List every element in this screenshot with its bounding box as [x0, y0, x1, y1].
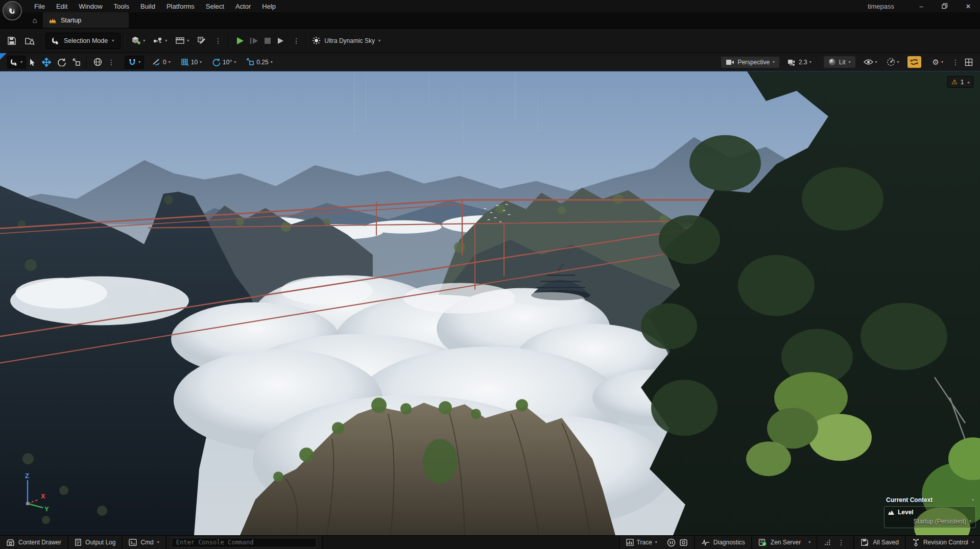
trace-marker-icon — [667, 538, 676, 547]
diagnostics-button[interactable]: Diagnostics — [695, 536, 752, 549]
status-bar: Content Drawer Output Log Cmd ▾ — [0, 535, 980, 549]
coordinate-system-button[interactable] — [90, 56, 105, 68]
perspective-label: Perspective — [737, 59, 770, 66]
output-log-button[interactable]: Output Log — [68, 536, 123, 549]
current-context-title: Current Context — [886, 496, 933, 504]
play-button[interactable] — [236, 36, 245, 45]
add-actor-dropdown[interactable]: ▾ — [128, 33, 148, 48]
selection-cursor-icon — [52, 37, 60, 44]
save-button[interactable] — [4, 34, 19, 48]
minimize-button[interactable]: – — [910, 0, 933, 12]
grid-snap-dropdown[interactable]: 10 ▾ — [178, 56, 205, 68]
revision-branch-icon — [912, 538, 920, 546]
menu-platforms[interactable]: Platforms — [161, 1, 200, 12]
stop-button[interactable] — [264, 37, 271, 44]
save-icon — [7, 36, 16, 45]
menu-build[interactable]: Build — [135, 1, 161, 12]
unreal-logo-icon — [7, 6, 17, 16]
clapperboard-icon — [175, 36, 185, 45]
add-cube-icon — [131, 36, 141, 45]
game-view-dropdown[interactable]: ▾ — [883, 56, 902, 68]
trace-dropdown[interactable]: Trace ▾ — [626, 539, 657, 546]
status-overflow-menu[interactable]: ⋮ — [835, 538, 847, 546]
content-drawer-button[interactable]: Content Drawer — [0, 536, 68, 549]
game-view-gauge-icon — [887, 58, 895, 66]
toolbar-overflow-menu[interactable]: ⋮ — [212, 37, 224, 45]
axis-x-label: X — [41, 492, 45, 500]
unreal-engine-logo[interactable] — [3, 1, 22, 20]
menu-file[interactable]: File — [29, 1, 51, 12]
level-viewport[interactable]: ⚠ 1 ◂ Z X Y Current Context ▾ — [0, 71, 980, 535]
maximize-viewport-button[interactable] — [962, 56, 976, 68]
rotate-tool-button[interactable] — [54, 56, 69, 68]
resource-grid-icon — [824, 539, 831, 546]
trace-snapshot-button[interactable] — [679, 538, 688, 547]
trace-marker-button[interactable] — [667, 538, 676, 547]
select-tool-button[interactable] — [26, 56, 39, 68]
move-tool-button[interactable] — [39, 56, 54, 69]
revision-control-dropdown[interactable]: Revision Control ▾ — [906, 536, 980, 549]
actor-snap-dropdown[interactable]: 0 ▾ — [149, 56, 174, 68]
eject-button[interactable] — [276, 37, 285, 45]
restore-icon — [942, 3, 948, 9]
realtime-arrows-icon — [910, 58, 919, 66]
toolbar-separator — [87, 55, 87, 70]
chevron-down-icon: ▾ — [941, 60, 943, 64]
cinematics-dropdown[interactable]: ▾ — [172, 34, 192, 47]
menu-edit[interactable]: Edit — [51, 1, 73, 12]
viewport-tools-overflow[interactable]: ⋮ — [105, 58, 117, 66]
menu-actor[interactable]: Actor — [230, 1, 256, 12]
menu-help[interactable]: Help — [256, 1, 281, 12]
restore-button[interactable] — [933, 0, 957, 12]
frame-skip-button[interactable] — [250, 37, 259, 45]
chevron-down-icon: ▾ — [169, 60, 171, 64]
menu-window[interactable]: Window — [73, 1, 108, 12]
sky-actor-label: Ultra Dynamic Sky — [324, 37, 375, 44]
scale-snap-dropdown[interactable]: 0.25 ▾ — [243, 56, 275, 68]
camera-speed-dropdown[interactable]: 2.3 ▾ — [784, 57, 815, 68]
viewport-settings-dropdown[interactable]: ⚙ ▾ — [929, 56, 946, 68]
window-title: timepass — [848, 3, 914, 10]
scale-tool-button[interactable] — [69, 56, 84, 68]
perspective-dropdown[interactable]: Perspective ▾ — [721, 57, 779, 68]
chevron-down-icon: ▾ — [897, 60, 899, 64]
zen-server-dropdown[interactable]: Zen Server ▾ — [752, 536, 818, 549]
chevron-down-icon: ▾ — [112, 39, 114, 43]
viewport-overflow-menu[interactable]: ⋮ — [949, 58, 962, 66]
browse-content-button[interactable] — [21, 34, 38, 48]
chevron-down-icon[interactable]: ▾ — [972, 498, 974, 502]
realtime-toggle-button[interactable] — [907, 56, 921, 68]
resource-grid-button[interactable] — [824, 539, 831, 546]
rotation-snap-value: 10° — [223, 59, 232, 66]
current-context-panel: Current Context ▾ Level Startup (Persist… — [884, 495, 976, 528]
blueprints-dropdown[interactable]: ▾ — [150, 34, 170, 47]
surface-snapping-dropdown[interactable]: ▾ — [125, 56, 144, 69]
level-dropdown[interactable]: Startup (Persistent) ▾ — [888, 518, 972, 525]
chevron-down-icon: ▾ — [848, 60, 850, 64]
toolbar-separator — [42, 33, 42, 48]
active-viewport-indicator — [0, 53, 7, 60]
chevron-down-icon: ▾ — [165, 39, 167, 43]
chevron-down-icon: ▾ — [655, 540, 657, 544]
home-icon[interactable]: ⌂ — [28, 12, 42, 28]
save-status-button[interactable]: All Saved — [854, 536, 906, 549]
level-histogram-icon — [49, 17, 57, 23]
sky-actor-dropdown[interactable]: Ultra Dynamic Sky ▾ — [307, 36, 386, 45]
view-mode-dropdown[interactable]: Lit ▾ — [824, 56, 855, 68]
play-options-menu[interactable]: ⋮ — [290, 37, 302, 45]
show-flags-dropdown[interactable]: ▾ — [861, 57, 880, 67]
menu-select[interactable]: Select — [200, 1, 230, 12]
cmd-dropdown[interactable]: Cmd ▾ — [123, 536, 166, 549]
menu-tools[interactable]: Tools — [108, 1, 135, 12]
chevron-down-icon: ▾ — [875, 60, 877, 64]
rotation-snap-dropdown[interactable]: 10° ▾ — [209, 56, 239, 68]
close-button[interactable]: ✕ — [957, 0, 980, 12]
editor-mode-dropdown[interactable]: Selection Mode ▾ — [45, 33, 121, 49]
transform-tools-dropdown[interactable]: ▾ — [7, 56, 26, 68]
editor-utility-button[interactable] — [194, 34, 210, 47]
viewport-warning-badge[interactable]: ⚠ 1 ◂ — [947, 76, 973, 88]
camera-speed-value: 2.3 — [799, 59, 807, 66]
chevron-down-icon: ▾ — [157, 540, 159, 544]
console-command-input[interactable] — [172, 538, 317, 547]
tab-startup[interactable]: Startup — [43, 12, 129, 28]
